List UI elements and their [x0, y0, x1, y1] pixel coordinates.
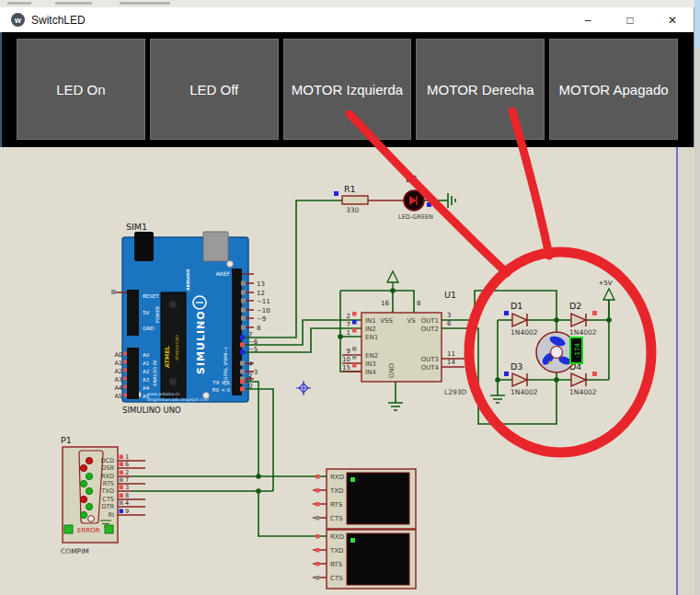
background-artifact	[55, 2, 92, 5]
t1-cts-label: CTS	[330, 515, 343, 522]
window-title: SwitchLED	[31, 14, 86, 27]
out3-label: OUT3	[421, 356, 439, 363]
cts-label: CTS	[102, 496, 114, 503]
tx-label: TX > 1	[212, 380, 230, 385]
out1-label: OUT1	[421, 317, 439, 325]
out2-label: OUT2	[421, 326, 439, 333]
pin12-label: 12	[257, 290, 265, 297]
u1-pin10-marker	[352, 355, 357, 360]
mount-hole	[227, 261, 234, 268]
motor-derecha-button[interactable]: MOTOR Derecha	[416, 39, 545, 140]
diode-d1[interactable]: D1 1N4002	[511, 301, 538, 337]
p1-ref: P1	[61, 435, 72, 445]
u1-pin8-num: 8	[417, 300, 420, 307]
a4-label: A4	[143, 385, 150, 391]
pin0-label: 0	[248, 383, 252, 390]
background-artifact	[7, 2, 31, 5]
u1-pin2-marker	[352, 312, 357, 316]
app-window: w SwitchLED – □ ✕ LED On LED Off MOTOR I…	[0, 7, 694, 595]
pin11-label: ~11	[257, 298, 270, 305]
u1-pin6-num: 6	[447, 320, 452, 327]
motor-apagado-button[interactable]: MOTOR Apagado	[549, 39, 678, 140]
terminal2-cursor	[350, 538, 355, 543]
compim-pin-names: DCD DSR RXD RTS TXD CTS DTR RI	[100, 457, 114, 519]
analog-labels-outer: A0 A1 A2 A3 A4 A5	[114, 351, 122, 400]
compim-num-2: 2	[125, 469, 129, 476]
diode-d2[interactable]: D2 1N4002	[569, 301, 597, 337]
t2-rts-label: RTS	[330, 561, 343, 568]
led-d5[interactable]: D5 LED-GREEN	[398, 174, 433, 221]
compim-num-1: 1	[125, 453, 129, 461]
a5-ext-label: A5	[114, 393, 122, 400]
d1-ref: D1	[511, 301, 522, 311]
u1-pin7-marker	[352, 320, 357, 325]
u1-pin15-num: 15	[342, 364, 350, 372]
minimize-button[interactable]: –	[567, 7, 609, 32]
compim-num-4: 4	[125, 499, 129, 507]
d3-part: 1N4002	[511, 388, 538, 396]
power-title: POWER	[155, 305, 160, 323]
motor-izquierda-button[interactable]: MOTOR Izquierda	[283, 39, 412, 140]
usb-connector	[203, 232, 228, 261]
compim-num-3: 3	[125, 484, 129, 491]
vs-label: VS	[407, 317, 416, 325]
ri-label: RI	[109, 511, 115, 519]
compim-p1[interactable]: P1 DCD	[61, 435, 145, 555]
a3-ext-label: A3	[114, 376, 122, 383]
chip-brand-label: ATMEL	[164, 346, 171, 368]
ic-l293d[interactable]: U1 L293D IN1 IN2 EN1 EN2 IN3 IN4 VSS VS …	[342, 290, 466, 396]
u1-pin11-num: 11	[447, 350, 455, 358]
led-off-button[interactable]: LED Off	[150, 39, 279, 140]
chip-model-label: ATMEGA328P	[175, 335, 179, 360]
vcc-label: +5V	[598, 280, 612, 287]
compim-num-9: 9	[125, 508, 129, 515]
app-icon: w	[11, 13, 25, 27]
button-toolbar: LED On LED Off MOTOR Izquierda MOTOR Der…	[0, 32, 694, 147]
in1-label: IN1	[365, 317, 376, 325]
sim1-part-label: SIMULINO UNO	[122, 406, 181, 415]
wire-out1	[442, 291, 557, 320]
motor-brush	[548, 360, 551, 363]
u1-pin15-marker	[352, 363, 357, 368]
t2-rxd-label: RXD	[330, 533, 344, 541]
in3-label: IN3	[365, 360, 376, 368]
maximize-button[interactable]: □	[609, 7, 651, 32]
pin10-label: ~10	[257, 307, 270, 315]
en1-label: EN1	[365, 334, 378, 341]
resistor-r1[interactable]: R1 330	[334, 184, 404, 214]
diode-d3[interactable]: D3 1N4002	[511, 361, 538, 396]
d2-probe-marker	[592, 311, 597, 315]
virtual-terminal-2[interactable]: RXD TXD RTS CTS	[313, 530, 416, 589]
t2-cts-label: CTS	[330, 575, 343, 582]
terminal2-screen	[347, 533, 409, 585]
close-button[interactable]: ✕	[651, 7, 694, 32]
a1-ext-label: A1	[114, 360, 122, 367]
u1-pin1-marker	[352, 328, 357, 333]
pin5-label: ~5	[248, 346, 258, 353]
chip-dimple	[169, 301, 177, 308]
diode-d4[interactable]: D4 1N4002	[569, 361, 597, 396]
r1-value: 330	[346, 206, 360, 214]
led-on-button[interactable]: LED On	[17, 39, 145, 140]
aref-label: AREF	[215, 270, 230, 277]
compim-num-8: 8	[125, 492, 129, 499]
u1-pin9-marker	[352, 347, 357, 351]
out4-label: OUT4	[421, 364, 440, 372]
d1-probe-marker	[504, 311, 509, 315]
r1-probe-marker	[334, 191, 339, 196]
brand-small-label: ARDUINO	[186, 269, 190, 291]
d5-part-label: LED-GREEN	[398, 213, 433, 221]
reset-pin-marker	[111, 290, 116, 294]
schematic-canvas: SIM1 ATMEL ATMEGA328P ARD	[0, 147, 694, 595]
power-jack	[134, 232, 154, 261]
virtual-terminal-1[interactable]: RXD TXD RTS CTS	[313, 469, 416, 529]
a3-label: A3	[143, 377, 150, 383]
sheet-right-margin	[678, 147, 694, 595]
dcd-label: DCD	[100, 457, 114, 464]
titlebar: w SwitchLED – □ ✕	[0, 7, 694, 32]
pin1-label: 1	[248, 375, 252, 383]
arduino-simulino-uno[interactable]: SIM1 ATMEL ATMEGA328P ARD	[111, 222, 270, 402]
d3-ref: D3	[511, 361, 522, 372]
error-label: ERROR	[77, 527, 100, 534]
compim-num-7: 7	[125, 476, 129, 484]
